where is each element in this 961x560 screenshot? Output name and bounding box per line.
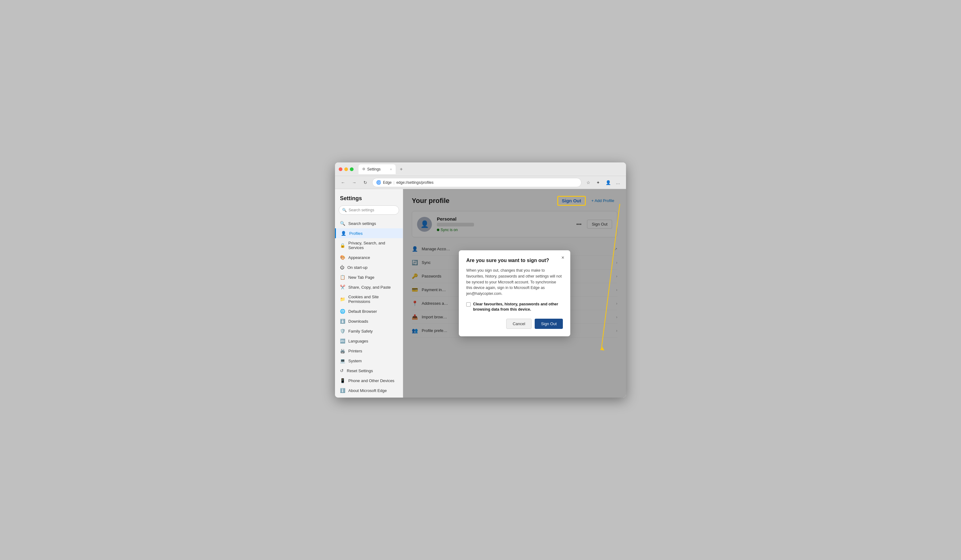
sidebar-item-family-safety[interactable]: 🛡️ Family Safety [335,326,403,336]
more-menu-icon[interactable]: … [614,178,622,187]
search-icon: 🔍 [342,208,347,212]
settings-tab-icon: ⚙ [362,167,365,171]
sidebar-item-new-tab[interactable]: 📋 New Tab Page [335,272,403,282]
phone-icon: 📱 [340,378,345,383]
nav-right-icons: ☆ ✦ 👤 … [584,178,622,187]
profiles-icon: 👤 [341,231,346,236]
tab-label: Settings [367,167,381,172]
tab-close-button[interactable]: × [390,167,392,171]
collections-icon[interactable]: ✦ [594,178,603,187]
address-separator: | [394,180,394,185]
favorites-icon[interactable]: ☆ [584,178,593,187]
cookies-icon: 📁 [340,297,345,302]
default-browser-icon: 🌐 [340,309,345,314]
sidebar-item-label: New Tab Page [348,275,374,280]
dialog-overlay: × Are you sure you want to sign out? Whe… [403,189,626,398]
sidebar-item-label: Appearance [348,255,370,260]
dialog-body: When you sign out, changes that you make… [466,268,563,297]
privacy-icon: 🔒 [340,243,345,248]
search-placeholder: Search settings [349,208,374,212]
sidebar-item-label: Family Safety [348,329,373,334]
sidebar-item-about[interactable]: ℹ️ About Microsoft Edge [335,385,403,395]
sidebar-item-label: System [348,359,362,363]
sidebar-item-label: On start-up [347,265,368,270]
dialog-checkbox-row: Clear favourites, history, passwords and… [466,302,563,313]
sidebar-item-profiles[interactable]: 👤 Profiles [335,228,403,238]
title-bar: ⚙ Settings × + [335,162,626,176]
sign-out-dialog: × Are you sure you want to sign out? Whe… [459,250,570,336]
languages-icon: 🔤 [340,339,345,343]
sidebar-item-share-copy[interactable]: ✂️ Share, Copy, and Paste [335,282,403,292]
browser-content: Settings 🔍 Search settings 🔍 Search sett… [335,189,626,398]
nav-bar: ← → ↻ 🌀 Edge | edge://settings/profiles … [335,176,626,189]
reset-icon: ↺ [340,368,344,373]
sidebar-item-appearance[interactable]: 🎨 Appearance [335,252,403,262]
sidebar-item-on-startup[interactable]: ⏻ On start-up [335,262,403,272]
downloads-icon: ⬇️ [340,319,345,324]
tab-settings[interactable]: ⚙ Settings × [358,164,396,174]
printers-icon: 🖨️ [340,348,345,353]
close-window-button[interactable] [339,167,342,171]
sidebar-item-phone-devices[interactable]: 📱 Phone and Other Devices [335,375,403,385]
dialog-sign-out-button[interactable]: Sign Out [535,319,563,329]
clear-data-label: Clear favourites, history, passwords and… [473,302,563,313]
sidebar-item-label: Printers [348,349,362,353]
search-settings-icon: 🔍 [340,221,345,226]
dialog-close-button[interactable]: × [559,254,567,262]
sidebar-item-label: Profiles [349,231,363,236]
sidebar-item-printers[interactable]: 🖨️ Printers [335,346,403,356]
dialog-title: Are you sure you want to sign out? [466,258,563,263]
sidebar-item-label: Downloads [348,319,368,324]
refresh-button[interactable]: ↻ [361,178,370,187]
back-button[interactable]: ← [339,178,347,187]
sidebar-item-system[interactable]: 💻 System [335,356,403,366]
new-tab-icon: 📋 [340,275,345,280]
dialog-actions: Cancel Sign Out [466,319,563,329]
address-brand: Edge [383,180,392,185]
profile-icon[interactable]: 👤 [604,178,612,187]
clear-data-checkbox[interactable] [466,302,471,306]
traffic-lights [339,167,354,171]
sidebar-item-privacy[interactable]: 🔒 Privacy, Search, and Services [335,238,403,252]
sidebar-item-label: Share, Copy, and Paste [348,285,391,290]
sidebar-item-downloads[interactable]: ⬇️ Downloads [335,316,403,326]
sidebar-item-label: Privacy, Search, and Services [348,241,398,250]
sidebar-item-default-browser[interactable]: 🌐 Default Browser [335,306,403,316]
tab-bar: ⚙ Settings × + [358,164,622,174]
sidebar-item-label: Languages [348,339,368,343]
sidebar-item-search-settings[interactable]: 🔍 Search settings [335,218,403,228]
share-icon: ✂️ [340,285,345,290]
about-icon: ℹ️ [340,388,345,393]
sidebar-item-label: Cookies and Site Permissions [348,295,398,304]
appearance-icon: 🎨 [340,255,345,260]
sidebar-item-label: About Microsoft Edge [348,388,387,393]
maximize-window-button[interactable] [350,167,354,171]
address-bar[interactable]: 🌀 Edge | edge://settings/profiles [372,178,582,187]
sidebar-item-languages[interactable]: 🔤 Languages [335,336,403,346]
search-settings-box[interactable]: 🔍 Search settings [339,205,399,215]
family-safety-icon: 🛡️ [340,329,345,334]
edge-logo-icon: 🌀 [376,180,381,185]
sidebar-item-cookies[interactable]: 📁 Cookies and Site Permissions [335,292,403,306]
sidebar: Settings 🔍 Search settings 🔍 Search sett… [335,189,403,398]
main-panel: Your profile + Add Profile 👤 Personal Sy… [403,189,626,398]
new-tab-button[interactable]: + [397,165,406,173]
system-icon: 💻 [340,358,345,363]
minimize-window-button[interactable] [344,167,348,171]
cancel-button[interactable]: Cancel [506,319,532,329]
sidebar-item-label: Default Browser [348,309,377,314]
forward-button[interactable]: → [350,178,358,187]
sidebar-item-label: Reset Settings [347,369,373,373]
sidebar-title: Settings [335,195,403,205]
sidebar-item-reset-settings[interactable]: ↺ Reset Settings [335,366,403,375]
address-url: edge://settings/profiles [396,180,434,185]
sidebar-item-label: Phone and Other Devices [348,379,394,383]
startup-icon: ⏻ [340,265,344,270]
sidebar-item-label: Search settings [348,221,376,226]
